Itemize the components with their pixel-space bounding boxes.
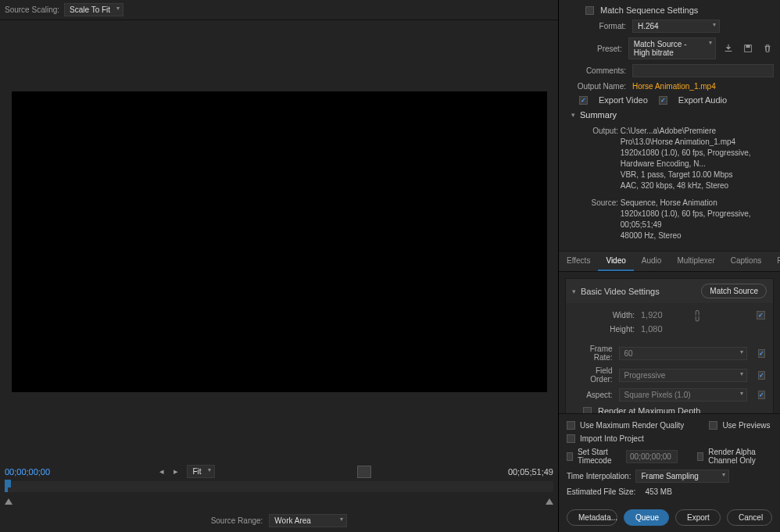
- import-project-label: Import Into Project: [580, 434, 644, 443]
- export-settings-section: Match Sequence Settings Format: H.264 Pr…: [559, 0, 780, 252]
- in-point-marker[interactable]: [5, 498, 13, 505]
- play-icon[interactable]: ▸: [170, 466, 181, 477]
- output-name-link[interactable]: Horse Animation_1.mp4: [632, 82, 716, 91]
- zoom-fit-dropdown[interactable]: Fit: [187, 465, 215, 478]
- format-label: Format:: [565, 22, 626, 30]
- source-scaling-dropdown[interactable]: Scale To Fit: [64, 3, 123, 16]
- source-range-row: Source Range: Work Area: [0, 509, 558, 532]
- time-interp-label: Time Interpolation:: [567, 472, 631, 480]
- video-settings-body: ▾ Basic Video Settings Match Source Widt…: [559, 272, 780, 413]
- est-size-label: Estimated File Size:: [567, 487, 635, 496]
- start-timecode-input[interactable]: [626, 450, 678, 463]
- match-sequence-label: Match Sequence Settings: [600, 5, 698, 15]
- range-row: [0, 494, 558, 509]
- comments-input[interactable]: [632, 64, 774, 77]
- out-point-marker[interactable]: [546, 498, 553, 505]
- summary-output-block: Output: C:\User...a\Adobe\Premiere Pro\1…: [565, 123, 774, 198]
- export-video-checkbox[interactable]: [579, 96, 588, 105]
- export-audio-checkbox[interactable]: [659, 96, 667, 105]
- import-preset-icon[interactable]: [722, 42, 735, 55]
- link-dimensions-icon[interactable]: ⊂⊃: [692, 309, 701, 321]
- use-max-quality-label: Use Maximum Render Quality: [580, 421, 684, 430]
- preview-top-bar: Source Scaling: Scale To Fit: [0, 0, 558, 20]
- source-range-label: Source Range:: [211, 516, 263, 525]
- summary-source-line2: 1920x1080 (1.0), 60 fps, Progressive, 00…: [621, 209, 765, 230]
- export-audio-label: Export Audio: [678, 95, 727, 105]
- tab-audio[interactable]: Audio: [634, 252, 670, 271]
- tab-video[interactable]: Video: [598, 252, 633, 271]
- aspect-dropdown[interactable]: Square Pixels (1.0): [619, 388, 747, 402]
- match-sequence-checkbox[interactable]: [585, 6, 594, 15]
- aspect-label: Aspect:: [574, 391, 613, 399]
- framerate-match-checkbox[interactable]: [758, 349, 765, 358]
- preset-label: Preset:: [565, 45, 622, 53]
- summary-output-line3: VBR, 1 pass, Target 10.00 Mbps: [621, 170, 765, 180]
- tab-publish[interactable]: Publish: [769, 252, 780, 271]
- queue-button[interactable]: Queue: [624, 509, 669, 526]
- summary-source-line1: Sequence, Horse Animation: [621, 198, 765, 209]
- delete-preset-icon[interactable]: [760, 42, 774, 55]
- preview-panel: Source Scaling: Scale To Fit 00;00;00;00…: [0, 0, 559, 532]
- est-size-value: 453 MB: [645, 487, 671, 496]
- render-alpha-label: Render Alpha Channel Only: [708, 448, 772, 465]
- use-previews-checkbox[interactable]: [709, 421, 717, 430]
- set-start-tc-checkbox[interactable]: [567, 452, 573, 461]
- use-max-quality-checkbox[interactable]: [567, 421, 575, 430]
- render-depth-checkbox[interactable]: [583, 407, 592, 414]
- export-video-label: Export Video: [599, 95, 648, 105]
- summary-output-label: Output:: [584, 126, 618, 137]
- time-in-display[interactable]: 00;00;00;00: [5, 467, 50, 477]
- match-source-button[interactable]: Match Source: [701, 284, 767, 298]
- summary-output-line2: 1920x1080 (1.0), 60 fps, Progressive, Ha…: [621, 148, 765, 170]
- playhead-icon[interactable]: [5, 480, 11, 487]
- summary-title: Summary: [580, 110, 617, 120]
- output-name-label: Output Name:: [565, 82, 626, 91]
- height-label: Height:: [574, 325, 635, 334]
- twisty-down-icon: ▾: [571, 111, 575, 119]
- timeline-controls: 00;00;00;00 ◂ ▸ Fit 00;05;51;49: [0, 463, 558, 480]
- fieldorder-match-checkbox[interactable]: [758, 371, 765, 380]
- frame-rate-dropdown[interactable]: 60: [619, 347, 747, 360]
- save-preset-icon[interactable]: [741, 42, 754, 55]
- width-value[interactable]: 1,920: [641, 310, 663, 320]
- time-interp-dropdown[interactable]: Frame Sampling: [635, 470, 729, 483]
- format-dropdown[interactable]: H.264: [632, 20, 720, 33]
- crop-output-icon[interactable]: [357, 466, 371, 478]
- frame-rate-label: Frame Rate:: [574, 345, 613, 362]
- video-preview-area: [0, 20, 558, 463]
- cancel-button[interactable]: Cancel: [727, 509, 772, 526]
- aspect-match-checkbox[interactable]: [758, 391, 765, 399]
- bottom-options: Use Maximum Render Quality Use Previews …: [559, 413, 780, 503]
- import-project-checkbox[interactable]: [567, 434, 575, 443]
- render-alpha-checkbox[interactable]: [697, 452, 703, 461]
- timeline-scrubber[interactable]: [5, 481, 553, 492]
- metadata-button[interactable]: Metadata...: [567, 509, 617, 526]
- time-out-display: 00;05;51;49: [508, 467, 553, 477]
- source-range-dropdown[interactable]: Work Area: [269, 514, 347, 527]
- tab-multiplexer[interactable]: Multiplexer: [669, 252, 722, 271]
- width-label: Width:: [574, 311, 635, 320]
- tab-captions[interactable]: Captions: [723, 252, 769, 271]
- preset-dropdown[interactable]: Match Source - High bitrate: [628, 37, 716, 59]
- basic-video-title: Basic Video Settings: [581, 287, 660, 296]
- summary-source-block: Source: Sequence, Horse Animation 1920x1…: [565, 198, 774, 248]
- use-previews-label: Use Previews: [722, 421, 770, 430]
- summary-header[interactable]: ▾ Summary: [565, 107, 774, 123]
- svg-rect-1: [746, 45, 750, 48]
- width-match-checkbox[interactable]: [757, 311, 765, 320]
- render-depth-label: Render at Maximum Depth: [598, 406, 700, 413]
- tab-effects[interactable]: Effects: [559, 252, 598, 271]
- source-scaling-label: Source Scaling:: [5, 5, 59, 14]
- height-value[interactable]: 1,080: [641, 324, 663, 334]
- footer-buttons: Metadata... Queue Export Cancel: [559, 503, 780, 532]
- video-frame[interactable]: [12, 91, 547, 392]
- export-button[interactable]: Export: [675, 509, 721, 526]
- basic-video-group: ▾ Basic Video Settings Match Source Widt…: [565, 278, 774, 413]
- field-order-dropdown[interactable]: Progressive: [619, 369, 747, 382]
- summary-output-line1: C:\User...a\Adobe\Premiere Pro\13.0\Hors…: [621, 126, 765, 148]
- summary-output-line4: AAC, 320 kbps, 48 kHz, Stereo: [621, 180, 765, 191]
- summary-source-line3: 48000 Hz, Stereo: [621, 230, 765, 241]
- summary-source-label: Source:: [584, 198, 618, 209]
- prev-frame-icon[interactable]: ◂: [156, 466, 167, 477]
- basic-video-header[interactable]: ▾ Basic Video Settings Match Source: [566, 279, 773, 303]
